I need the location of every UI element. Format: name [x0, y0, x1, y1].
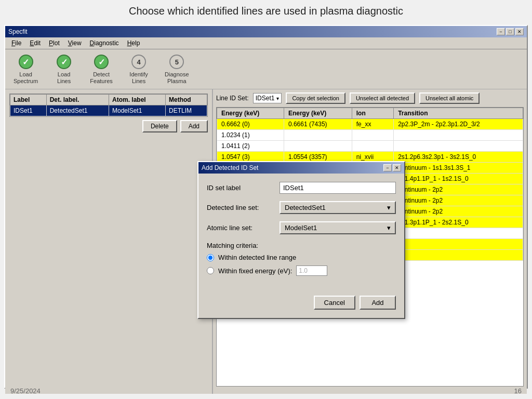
id-set-label-row: ID set label	[207, 182, 396, 194]
radio-detected-input[interactable]	[207, 254, 214, 261]
detected-line-value: DetectedSet1	[285, 204, 326, 211]
detected-line-row: Detected line set: DetectedSet1 ▾	[207, 201, 396, 214]
radio-detected-label: Within detected line range	[218, 254, 296, 261]
dialog-overlay: Add Detected ID Set − ✕ ID set label Det…	[0, 0, 532, 399]
dialog-add-button[interactable]: Add	[360, 296, 396, 310]
radio-energy-label: Within fixed energy (eV):	[218, 267, 292, 275]
id-set-label: ID set label	[207, 184, 280, 192]
atomic-line-value: ModelSet1	[285, 224, 317, 232]
atomic-line-label: Atomic line set:	[207, 224, 280, 232]
atomic-line-row: Atomic line set: ModelSet1 ▾	[207, 221, 396, 234]
energy-value-input[interactable]	[296, 265, 327, 276]
dialog-body: ID set label Detected line set: Detected…	[198, 174, 404, 291]
radio-energy-input[interactable]	[207, 267, 214, 274]
add-detected-id-set-dialog: Add Detected ID Set − ✕ ID set label Det…	[197, 161, 405, 319]
dialog-title: Add Detected ID Set	[202, 164, 258, 171]
dialog-buttons: Cancel Add	[198, 291, 404, 318]
atomic-line-select[interactable]: ModelSet1 ▾	[280, 221, 396, 234]
radio-detected-range[interactable]: Within detected line range	[207, 254, 396, 261]
matching-title: Matching criteria:	[207, 242, 396, 249]
dialog-controls: − ✕	[383, 164, 401, 171]
matching-criteria-section: Matching criteria: Within detected line …	[207, 242, 396, 276]
dialog-title-bar: Add Detected ID Set − ✕	[198, 162, 404, 174]
detected-line-select[interactable]: DetectedSet1 ▾	[280, 201, 396, 214]
atomic-line-arrow: ▾	[387, 224, 391, 232]
radio-fixed-energy[interactable]: Within fixed energy (eV):	[207, 265, 396, 276]
detected-line-label: Detected line set:	[207, 204, 280, 211]
id-set-input[interactable]	[280, 182, 396, 194]
detected-line-arrow: ▾	[387, 204, 391, 211]
dialog-close-button[interactable]: ✕	[393, 164, 401, 171]
dialog-minimize-button[interactable]: −	[383, 164, 392, 171]
dialog-cancel-button[interactable]: Cancel	[314, 296, 355, 310]
